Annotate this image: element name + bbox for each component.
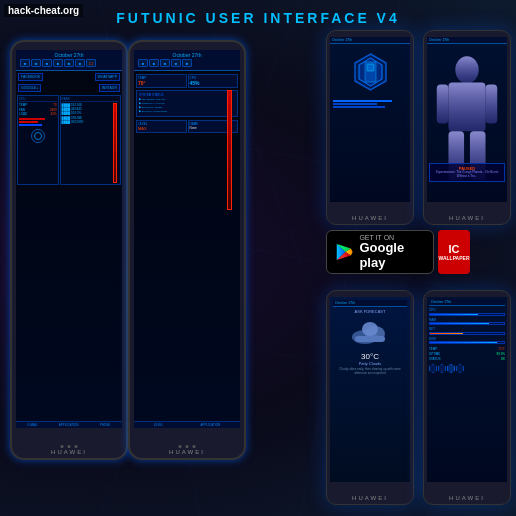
app-labels-row: FACEBOOK WHATSAPP (16, 72, 122, 82)
hex-grid (429, 364, 505, 373)
status-lines (330, 100, 410, 108)
s-header-1: October 27th (330, 37, 410, 44)
sb2-label: RAM (429, 318, 505, 322)
instagram-label[interactable]: INSTAGR (99, 84, 120, 92)
person-date: October 27th (429, 38, 505, 42)
sv-val-1: 72°C (498, 347, 505, 351)
hex-1 (429, 364, 437, 373)
sv-row-3: STATUS OK (429, 357, 505, 361)
phone-brand-rb-left: HUAWEI (352, 495, 388, 501)
sv-row-2: UPTIME 99.9% (429, 352, 505, 356)
red-accent-center (227, 90, 232, 210)
cd-header: SYSTEM STATUS (139, 93, 235, 97)
fingerprint-inner (34, 132, 42, 140)
sv-row-1: TEMP 72°C (429, 347, 505, 351)
s-line-1 (333, 100, 392, 102)
data-key-temp: TEMP (19, 103, 27, 107)
screen-stats: October 27th CPU RAM (427, 297, 507, 482)
status-icon-2: ■ (31, 59, 41, 67)
sb4-label: DISK (429, 337, 505, 341)
hex-container (353, 52, 388, 92)
phone-screen-left: October 27th ■ ■ ■ ■ ■ ■ 11 FAC (16, 50, 122, 428)
screen-icons-row-center: ■ ■ ■ ■ ■ (137, 58, 237, 68)
rank-data: ████ 192.168 ████ 445/445 ████ 100.0% ██… (62, 103, 119, 124)
center-content: TEMP 70° CPU 45% SYSTEM STATUS (134, 71, 240, 135)
c-status-5: ■ (182, 59, 192, 67)
phone-frame-rb-left: October 27th ASK FORECAST (326, 290, 414, 505)
stats-header: October 27th (429, 299, 505, 306)
status-icon-5: ■ (64, 59, 74, 67)
rank-panel: RANK ████ 192.168 ████ 445/445 ████ 100.… (60, 95, 121, 185)
svg-rect-37 (355, 336, 385, 342)
weather-condition: Patty Clouds (333, 361, 407, 366)
c-app-2[interactable]: APPLICATION (201, 423, 221, 427)
phone-brand-center: HUAWEI (169, 449, 205, 455)
facebook-label[interactable]: FACEBOOK (18, 73, 43, 81)
wallpaper-badge[interactable]: IC WALL​PAPER (438, 230, 470, 274)
phone-frame-rb-right: October 27th CPU RAM (423, 290, 511, 505)
email-app[interactable]: E-MAIL (28, 423, 38, 427)
phone-app[interactable]: PHONE (100, 423, 111, 427)
fingerprint-icon (31, 129, 45, 143)
data-row-3: LOAD 45% (19, 112, 57, 116)
cpu-panel: CPU TEMP 70 FAN 2400 LOAD 45% (17, 95, 59, 185)
data-row-2: FAN 2400 (19, 108, 57, 112)
cp1-val: 70° (138, 80, 185, 86)
google-play-text: GET IT ON Google play (359, 234, 425, 270)
hex-3 (447, 364, 455, 373)
temp-icon: 11 (86, 59, 96, 67)
svg-rect-27 (486, 84, 498, 123)
data-val-fan: 2400 (50, 108, 57, 112)
whatsapp-label[interactable]: WHATSAPP (95, 73, 120, 81)
sv-key-3: STATUS (429, 357, 440, 361)
stats-date: October 27th (431, 300, 503, 304)
phone-brand-rt-right: HUAWEI (449, 215, 485, 221)
screen-header-center: October 27th ■ ■ ■ ■ ■ (134, 50, 240, 71)
sb1-label: CPU (429, 308, 505, 312)
main-panels: CPU TEMP 70 FAN 2400 LOAD 45% (16, 94, 122, 186)
c-status-3: ■ (160, 59, 170, 67)
sb2-fill (430, 323, 489, 324)
rank-panel-label: RANK (62, 97, 119, 102)
cpu-panel-label: CPU (19, 97, 57, 102)
status-icon-4: ■ (53, 59, 63, 67)
google-play-badge[interactable]: GET IT ON Google play (326, 230, 434, 274)
sb4-track (429, 341, 505, 344)
screen-person: October 27th (427, 37, 507, 202)
c-dot-3 (193, 445, 196, 448)
stats-values: TEMP 72°C UPTIME 99.9% STATUS OK (429, 347, 505, 361)
google-play-icon (335, 241, 354, 263)
phone-main-left: October 27th ■ ■ ■ ■ ■ ■ 11 FAC (10, 40, 128, 460)
red-bar (113, 103, 117, 183)
phone-right-top-right: October 27th (423, 30, 511, 225)
center-data-block: SYSTEM STATUS ▶ NETWORK: ONLINE ▶ FIREWA… (136, 90, 238, 117)
rank-visual: ████ 192.168 ████ 445/445 ████ 100.0% ██… (62, 103, 119, 183)
weather-header: October 27th (333, 300, 407, 307)
phone-right-bottom-left: October 27th ASK FORECAST (326, 290, 414, 505)
phone-right-bottom-right: October 27th CPU RAM (423, 290, 511, 505)
phone-frame-rt-right: October 27th (423, 30, 511, 225)
phone-brand-left: HUAWEI (51, 449, 87, 455)
wallpaper-badge-text: WALL​PAPER (438, 255, 469, 261)
screen-futuristic-center: October 27th ■ ■ ■ ■ ■ (134, 50, 240, 428)
screen-weather: October 27th ASK FORECAST (330, 297, 410, 482)
application-app[interactable]: APPLICATION (59, 423, 79, 427)
wallpaper-badge-icon: IC (449, 244, 460, 255)
badge-area: GET IT ON Google play IC WALL​PAPER (326, 230, 470, 274)
c-status-4: ■ (171, 59, 181, 67)
status-icon-3: ■ (42, 59, 52, 67)
phone-frame-rt-left: October 27th (326, 30, 414, 225)
dot-2 (68, 445, 71, 448)
phone-screen-center: October 27th ■ ■ ■ ■ ■ (134, 50, 240, 428)
sb3-label: NET (429, 327, 505, 331)
phone-brand-rt-left: HUAWEI (352, 215, 388, 221)
hex-2 (438, 364, 446, 373)
paused-overlay: PAUSED Supermassive: The Gunge Planets..… (429, 163, 505, 182)
svg-point-36 (362, 322, 378, 336)
c-app-1[interactable]: LEVEL (154, 423, 163, 427)
googleplus-label[interactable]: GOOGLE+ (18, 84, 41, 92)
s-date-1: October 27th (332, 38, 408, 42)
data-val-load: 45% (51, 112, 57, 116)
phone-screen-rb-left: October 27th ASK FORECAST (330, 297, 410, 482)
sb3-fill (430, 333, 463, 334)
